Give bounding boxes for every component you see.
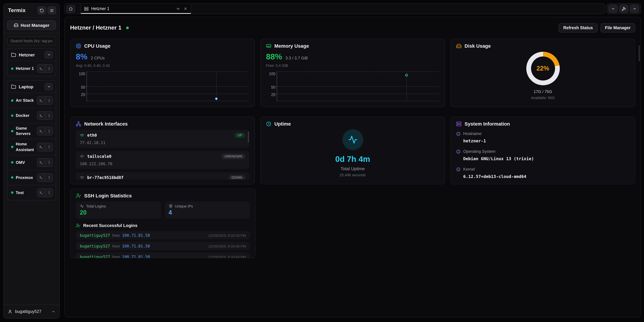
search-input[interactable] [7, 36, 56, 45]
uptime-seconds: 25,496 seconds [340, 173, 366, 177]
total-logins-box: Total Logins 20 [76, 201, 161, 219]
y-tick-label: 25 [267, 93, 276, 97]
memory-chart: 100 50 25 [267, 70, 440, 102]
system-info-label: Operating System [463, 149, 496, 154]
map-pin-icon [168, 204, 172, 208]
system-info-value: hetzner-1 [463, 138, 630, 143]
host-manager-button[interactable]: Host Manager [7, 21, 56, 30]
login-row: bugattiguy527 from 100.71.81.58 12/29/20… [76, 242, 250, 250]
network-interfaces-card: Network Interfaces eth0 UP 77.42.18.11 [70, 117, 255, 184]
host-more-button[interactable] [45, 189, 53, 197]
scrollbar-thumb[interactable] [639, 45, 640, 62]
card-title: Disk Usage [464, 43, 491, 49]
host-more-button[interactable] [45, 112, 53, 120]
system-info-list: Hostname hetzner-1 Operating System Debi… [456, 131, 630, 184]
stats-row-1: CPU Usage 8% 2 CPUs Avg: 0.40, 0.40, 0.4… [70, 39, 635, 107]
card-title: Uptime [274, 121, 291, 127]
y-tick-label: 50 [76, 86, 85, 90]
cpu-load-average: Avg: 0.40, 0.40, 0.42 [76, 64, 249, 68]
host-name: Home Assistant [16, 142, 34, 152]
info-icon [456, 131, 460, 136]
login-from-word: from [112, 244, 120, 248]
file-manager-button[interactable]: File Manager [600, 23, 635, 33]
tab-split-button[interactable] [176, 7, 180, 11]
host-more-button[interactable] [45, 143, 53, 151]
host-terminal-button[interactable] [37, 65, 45, 73]
reload-button[interactable] [38, 6, 46, 15]
host-row-game-servers[interactable]: Game Servers [8, 123, 56, 139]
host-status-dot [11, 146, 14, 148]
tools-button[interactable] [619, 5, 628, 13]
home-button[interactable] [66, 5, 75, 13]
host-terminal-button[interactable] [37, 143, 45, 151]
group-header-laptop[interactable]: Laptop [8, 81, 56, 93]
app-title: Termix [8, 8, 26, 14]
kebab-menu-icon [47, 145, 51, 149]
host-terminal-button[interactable] [37, 127, 45, 135]
login-timestamp: 12/29/2025, 8:33:43 PM [208, 255, 246, 258]
host-more-button[interactable] [45, 65, 53, 73]
terminal-icon [39, 99, 43, 102]
host-manager-section: Host Manager [4, 18, 59, 33]
host-terminal-button[interactable] [37, 158, 45, 167]
disk-icon [456, 43, 462, 49]
terminal-icon [39, 161, 43, 164]
host-row-hetzner-1[interactable]: Hetzner 1 [8, 61, 56, 76]
info-icon [456, 167, 460, 171]
search-section [4, 33, 59, 48]
cpu-plot-area [86, 72, 248, 101]
kebab-menu-icon [47, 161, 51, 164]
chevron-down-icon [47, 53, 51, 57]
host-status-dot [11, 192, 14, 194]
host-status-dot [11, 130, 14, 132]
host-terminal-button[interactable] [37, 189, 45, 197]
host-terminal-button[interactable] [37, 174, 45, 182]
connection-status-dot [126, 27, 129, 29]
host-row-proxmox[interactable]: Proxmox [8, 170, 56, 185]
sidebar-menu-button[interactable] [48, 6, 56, 15]
host-more-button[interactable] [45, 127, 53, 135]
login-ip: 100.71.81.58 [122, 244, 150, 248]
host-terminal-button[interactable] [37, 96, 45, 104]
tab-hetzner-1[interactable]: Hetzner 1 [80, 4, 191, 14]
user-check-icon [76, 193, 81, 198]
ssh-stats-row: Total Logins 20 Unique IPs 4 [76, 201, 250, 219]
host-status-dot [11, 161, 14, 164]
collapse-up-button[interactable] [630, 5, 639, 13]
host-group-hetzner: Hetzner Hetzner 1 [7, 48, 56, 76]
tab-close-button[interactable] [184, 7, 188, 11]
group-collapse-button[interactable] [44, 51, 53, 59]
host-row-omv[interactable]: OMV [8, 155, 56, 170]
refresh-status-button[interactable]: Refresh Status [559, 23, 598, 33]
host-row-actions [37, 173, 53, 182]
host-more-button[interactable] [45, 158, 53, 167]
host-more-button[interactable] [45, 174, 53, 182]
host-terminal-button[interactable] [37, 112, 45, 120]
login-row: bugattiguy527 from 100.71.81.58 12/29/20… [76, 252, 250, 258]
system-info-label: Kernel [463, 167, 475, 172]
host-manager-label: Host Manager [21, 23, 50, 28]
collapse-down-button[interactable] [608, 5, 618, 13]
group-label: Laptop [19, 84, 33, 89]
terminal-icon [39, 129, 43, 133]
host-more-button[interactable] [45, 96, 53, 104]
host-row-docker[interactable]: Docker [8, 108, 56, 123]
memory-icon [266, 43, 271, 49]
host-row-home-assistant[interactable]: Home Assistant [8, 139, 56, 155]
user-menu[interactable]: bugattiguy527 [4, 304, 59, 318]
group-label: Hetzner [19, 52, 35, 57]
interface-list: eth0 UP 77.42.18.11 tailscale0 UNKNOWN [76, 130, 249, 180]
chevron-up-icon [51, 309, 55, 313]
memory-percent: 88% [266, 52, 282, 62]
group-collapse-button[interactable] [44, 83, 53, 90]
host-status-dot [11, 99, 14, 102]
y-tick-label: 25 [76, 93, 85, 97]
interface-status-badge: DOWN [228, 175, 245, 180]
host-row-test[interactable]: Test [8, 185, 56, 200]
host-name: Proxmox [16, 175, 34, 180]
group-header-hetzner[interactable]: Hetzner [8, 49, 56, 61]
host-name: Hetzner 1 [16, 66, 34, 71]
host-row-arr-stack[interactable]: Arr Stack [8, 93, 56, 108]
scrollbar-thumb[interactable] [248, 131, 249, 143]
server-stats-panel: Hetzner / Hetzner 1 Refresh Status File … [64, 17, 641, 317]
